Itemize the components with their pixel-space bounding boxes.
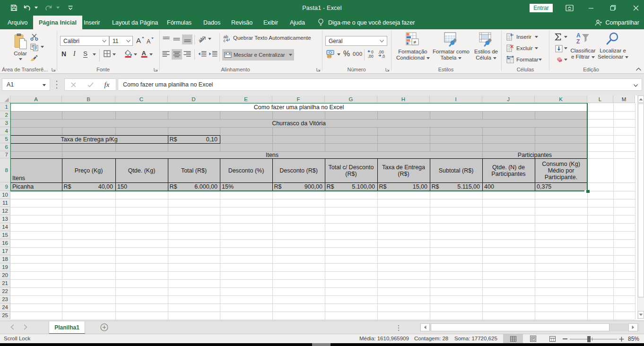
tab-dados[interactable]: Dados xyxy=(198,16,226,29)
delete-dropdown-icon[interactable] xyxy=(535,47,538,50)
column-header-A[interactable]: A xyxy=(10,95,62,103)
font-name-combo[interactable]: Calibri xyxy=(60,36,109,46)
wrap-text-label[interactable]: Quebrar Texto Automaticamente xyxy=(233,35,311,41)
column-header-F[interactable]: F xyxy=(272,95,325,103)
tab-inserir[interactable]: Inserir xyxy=(78,16,106,29)
format-painter-button[interactable] xyxy=(30,54,39,61)
font-color-button[interactable]: A xyxy=(140,50,148,58)
tab-layout-da-pagina[interactable]: Layout da Página xyxy=(106,16,164,29)
column-header-M[interactable]: M xyxy=(613,95,635,103)
cancel-button[interactable] xyxy=(65,82,82,87)
row-header-19[interactable]: 19 xyxy=(0,263,10,271)
font-size-combo[interactable]: 11 xyxy=(109,36,133,46)
row-header-8[interactable]: 8 xyxy=(0,158,10,182)
zoom-slider-handle[interactable] xyxy=(587,336,591,342)
collapse-ribbon-button[interactable] xyxy=(635,67,642,71)
zoom-out-button[interactable] xyxy=(563,338,567,339)
row-header-21[interactable]: 21 xyxy=(0,279,10,287)
tab-ajuda[interactable]: Ajuda xyxy=(284,16,311,29)
row-header-9[interactable]: 9 xyxy=(0,182,10,191)
wrap-text-button[interactable]: ab c xyxy=(223,35,231,42)
align-right-button[interactable] xyxy=(183,51,191,57)
column-header-D[interactable]: D xyxy=(168,95,220,103)
minimize-button[interactable] xyxy=(583,0,599,16)
column-header-C[interactable]: C xyxy=(115,95,168,103)
fill-color-dropdown-icon[interactable] xyxy=(134,53,137,56)
cut-button[interactable] xyxy=(30,34,38,41)
clipboard-dialog-launcher[interactable] xyxy=(52,68,56,72)
new-sheet-button[interactable] xyxy=(100,323,108,331)
row-header-4[interactable]: 4 xyxy=(0,127,10,135)
underline-button[interactable]: S xyxy=(83,50,87,58)
row-header-17[interactable]: 17 xyxy=(0,247,10,255)
row-header-3[interactable]: 3 xyxy=(0,119,10,127)
fill-dropdown-icon[interactable] xyxy=(564,47,567,50)
scroll-down-button[interactable] xyxy=(638,311,644,319)
tabbar-resizer[interactable] xyxy=(398,325,400,331)
column-header-G[interactable]: G xyxy=(325,95,377,103)
column-header-B[interactable]: B xyxy=(62,95,115,103)
cell-styles-button[interactable]: Estilos de Célula xyxy=(472,32,500,61)
align-top-button[interactable] xyxy=(163,36,170,42)
conditional-formatting-button[interactable]: ≠ Formatação Condicional xyxy=(396,32,429,61)
bold-button[interactable]: N xyxy=(61,50,66,58)
view-normal-button[interactable] xyxy=(503,334,523,343)
row-header-15[interactable]: 15 xyxy=(0,231,10,239)
accounting-format-button[interactable] xyxy=(326,50,336,58)
scroll-left-button[interactable] xyxy=(420,323,430,331)
column-header-I[interactable]: I xyxy=(430,95,482,103)
borders-dropdown-icon[interactable] xyxy=(113,53,116,56)
fonte-dialog-launcher[interactable] xyxy=(154,68,158,72)
spreadsheet-grid[interactable]: Como fazer uma planilha no ExcelChurrasc… xyxy=(0,95,644,320)
align-left-button[interactable] xyxy=(162,51,170,57)
tab-exibir[interactable]: Exibir xyxy=(258,16,284,29)
formula-input[interactable]: Como fazer uma planilha no Excel xyxy=(118,78,642,91)
copy-button[interactable] xyxy=(30,43,39,52)
tell-me-box[interactable]: Diga-me o que você deseja fazer xyxy=(318,16,415,29)
column-header-J[interactable]: J xyxy=(482,95,535,103)
tab-pagina-inicial[interactable]: Página Inicial xyxy=(33,16,82,29)
clear-button[interactable] xyxy=(555,57,563,63)
row-header-14[interactable]: 14 xyxy=(0,223,10,231)
row-header-18[interactable]: 18 xyxy=(0,255,10,263)
tab-arquivo[interactable]: Arquivo xyxy=(2,16,33,29)
row-header-23[interactable]: 23 xyxy=(0,295,10,303)
vertical-scrollbar-thumb[interactable] xyxy=(638,104,644,297)
increase-decimal-button[interactable]: 0 ,00 xyxy=(367,50,375,58)
row-header-11[interactable]: 11 xyxy=(0,199,10,207)
underline-dropdown-icon[interactable] xyxy=(93,53,96,56)
decrease-decimal-button[interactable]: ,00 ,0 xyxy=(377,50,386,58)
column-header-H[interactable]: H xyxy=(377,95,430,103)
row-header-22[interactable]: 22 xyxy=(0,287,10,295)
row-header-2[interactable]: 2 xyxy=(0,111,10,119)
row-header-6[interactable]: 6 xyxy=(0,143,10,151)
insert-cells-button[interactable]: Inserir xyxy=(506,33,531,41)
horizontal-scrollbar-thumb[interactable] xyxy=(431,323,609,331)
column-header-L[interactable]: L xyxy=(587,95,613,103)
increase-font-button[interactable]: A xyxy=(136,36,145,44)
orientation-dropdown-icon[interactable] xyxy=(208,38,211,40)
tab-revisao[interactable]: Revisão xyxy=(226,16,258,29)
sheet-prev-button[interactable] xyxy=(10,324,14,330)
orientation-button[interactable]: ab xyxy=(198,35,207,43)
row-header-12[interactable]: 12 xyxy=(0,207,10,215)
alinhamento-dialog-launcher[interactable] xyxy=(316,68,321,72)
zoom-slider-track[interactable] xyxy=(570,339,617,339)
name-box-resizer[interactable] xyxy=(56,80,58,89)
column-header-E[interactable]: E xyxy=(220,95,272,103)
insert-function-button[interactable]: fx xyxy=(99,81,115,89)
number-format-combo[interactable]: Geral xyxy=(325,36,387,46)
restore-button[interactable] xyxy=(605,0,621,16)
tab-formulas[interactable]: Fórmulas xyxy=(161,16,197,29)
fill-button[interactable] xyxy=(555,45,563,52)
column-header-K[interactable]: K xyxy=(535,95,587,103)
row-header-5[interactable]: 5 xyxy=(0,135,10,143)
autosum-button[interactable] xyxy=(555,33,562,41)
merge-center-button[interactable]: Mesclar e Centralizar xyxy=(222,49,294,61)
sheet-next-button[interactable] xyxy=(24,324,27,330)
insert-dropdown-icon[interactable] xyxy=(535,36,538,38)
format-dropdown-icon[interactable] xyxy=(539,59,542,61)
delete-cells-button[interactable]: Excluir xyxy=(506,44,533,52)
row-header-16[interactable]: 16 xyxy=(0,239,10,247)
increase-indent-button[interactable] xyxy=(209,51,218,57)
